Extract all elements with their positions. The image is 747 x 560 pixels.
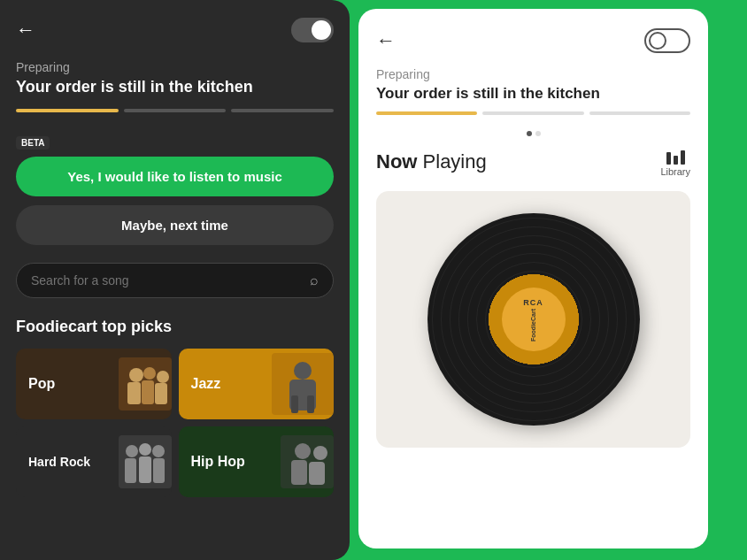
left-panel: ← Preparing Your order is still in the k… <box>0 0 350 560</box>
genre-label-jazz: Jazz <box>191 376 221 392</box>
svg-rect-4 <box>127 382 141 404</box>
svg-point-1 <box>129 368 143 382</box>
genre-grid: Pop Jazz <box>16 349 334 497</box>
progress-right-3 <box>589 111 690 115</box>
toggle-switch-left[interactable] <box>291 18 334 42</box>
svg-point-20 <box>295 443 311 459</box>
library-button[interactable]: Library <box>660 150 690 177</box>
section-title: Foodiecart top picks <box>16 318 334 336</box>
genre-img-hardrock <box>78 426 171 497</box>
svg-point-2 <box>143 367 156 380</box>
svg-rect-23 <box>309 462 325 485</box>
toggle-knob <box>649 32 666 50</box>
progress-bar-1 <box>16 109 119 112</box>
svg-point-8 <box>294 362 312 380</box>
library-label: Library <box>660 166 690 177</box>
vinyl-image-container: RCA FoodieCart <box>376 191 690 448</box>
order-status-right: Your order is still in the kitchen <box>376 85 690 103</box>
genre-label-hardrock: Hard Rock <box>28 455 90 469</box>
genre-card-jazz[interactable]: Jazz <box>179 349 335 419</box>
search-icon: ⌕ <box>310 272 319 288</box>
yes-music-button[interactable]: Yes, I would like to listen to music <box>16 157 334 196</box>
order-status-left: Your order is still in the kitchen <box>16 78 334 96</box>
svg-point-15 <box>152 445 165 457</box>
genre-card-pop[interactable]: Pop <box>16 349 172 419</box>
svg-rect-6 <box>155 383 167 404</box>
right-header: ← <box>376 28 690 53</box>
svg-rect-16 <box>125 458 136 483</box>
search-input[interactable] <box>31 273 310 288</box>
vinyl-label-bottom: FoodieCart <box>530 309 536 341</box>
progress-right-1 <box>376 111 477 115</box>
right-panel: ← Preparing Your order is still in the k… <box>358 9 708 548</box>
now-playing-header: Now Playing Library <box>376 150 690 177</box>
vinyl-label-top: RCA <box>523 298 543 307</box>
svg-rect-22 <box>291 460 307 485</box>
genre-img-hiphop <box>241 426 334 497</box>
now-playing-title: Now Playing <box>376 150 487 173</box>
genre-img-jazz <box>241 349 334 419</box>
back-button-right[interactable]: ← <box>376 29 396 52</box>
dot-2 <box>535 131 541 136</box>
svg-point-14 <box>139 443 151 456</box>
search-bar: ⌕ <box>16 263 334 298</box>
svg-rect-18 <box>153 458 165 483</box>
playing-text: Playing <box>417 150 486 173</box>
dots-row <box>376 131 690 136</box>
preparing-label-left: Preparing <box>16 60 334 74</box>
now-text: Now <box>376 150 417 173</box>
genre-label-pop: Pop <box>28 376 55 392</box>
svg-point-13 <box>126 445 138 457</box>
progress-right-2 <box>482 111 583 115</box>
library-icon <box>666 150 685 165</box>
maybe-next-time-button[interactable]: Maybe, next time <box>16 205 334 245</box>
genre-card-hiphop[interactable]: Hip Hop <box>179 426 335 497</box>
svg-rect-17 <box>139 456 151 483</box>
svg-rect-10 <box>291 395 298 413</box>
svg-point-3 <box>157 371 169 383</box>
genre-img-pop <box>78 349 171 419</box>
preparing-label-right: Preparing <box>376 67 690 81</box>
toggle-switch-right[interactable] <box>644 28 690 53</box>
left-header: ← <box>16 18 334 42</box>
genre-label-hiphop: Hip Hop <box>191 454 245 470</box>
vinyl-label: RCA FoodieCart <box>502 288 566 351</box>
progress-bars-left <box>16 109 334 112</box>
svg-rect-11 <box>307 395 314 413</box>
dot-1 <box>527 131 532 136</box>
progress-bars-right <box>376 111 690 115</box>
genre-card-hardrock[interactable]: Hard Rock <box>16 426 172 497</box>
beta-badge: BETA <box>16 136 50 150</box>
lib-bar-3 <box>681 150 685 165</box>
progress-bar-2 <box>124 109 227 112</box>
progress-bar-3 <box>231 109 334 112</box>
back-button-left[interactable]: ← <box>16 19 35 42</box>
lib-bar-1 <box>666 152 671 165</box>
svg-rect-5 <box>142 380 154 404</box>
vinyl-record: RCA FoodieCart <box>427 213 640 426</box>
lib-bar-2 <box>674 156 678 165</box>
svg-point-21 <box>313 446 327 460</box>
